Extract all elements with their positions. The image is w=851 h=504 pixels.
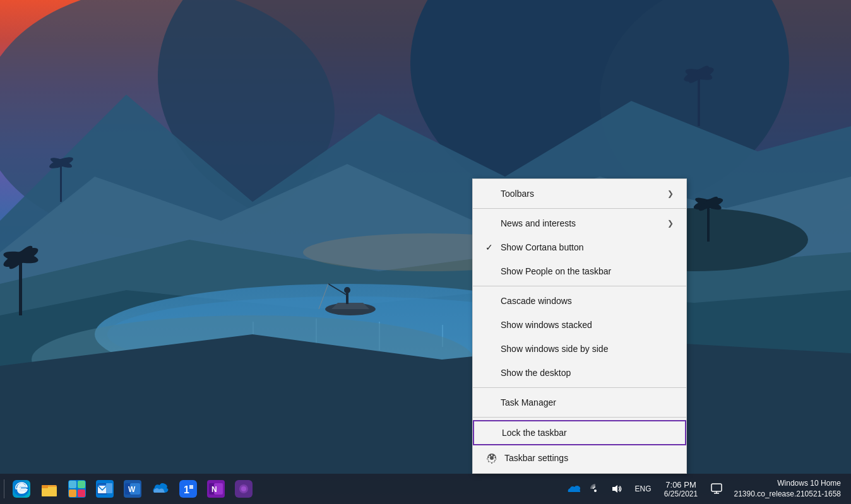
- menu-separator-1: [473, 208, 686, 209]
- svg-text:N: N: [211, 485, 217, 494]
- svg-rect-7: [698, 76, 700, 126]
- svg-point-70: [594, 489, 597, 492]
- svg-rect-56: [106, 483, 112, 493]
- menu-item-side-by-side[interactable]: Show windows side by side: [473, 337, 686, 361]
- tray-icon-network[interactable]: [585, 475, 605, 503]
- taskbar-icon-outlook[interactable]: [91, 475, 119, 503]
- svg-rect-46: [42, 485, 48, 488]
- svg-rect-72: [711, 484, 722, 491]
- taskbar-icon-onepassword[interactable]: 1: [174, 475, 202, 503]
- check-placeholder: [485, 218, 496, 228]
- svg-rect-28: [19, 259, 22, 315]
- check-placeholder: [485, 296, 496, 306]
- gear-icon: [485, 452, 498, 464]
- svg-rect-11: [60, 164, 62, 202]
- windows-version: Windows 10 Home: [734, 478, 841, 489]
- taskbar: W 1: [0, 474, 851, 504]
- windows-branding: Windows 10 Home 21390.co_release.210521-…: [727, 478, 848, 500]
- svg-text:1: 1: [184, 484, 189, 495]
- clock-area[interactable]: 7:06 PM 6/25/2021: [656, 475, 706, 503]
- check-icon: ✓: [485, 242, 496, 252]
- chevron-right-icon: ❯: [667, 219, 674, 228]
- tray-icons: [560, 475, 631, 503]
- taskbar-start-divider[interactable]: [0, 475, 8, 503]
- menu-item-cortana[interactable]: ✓ Show Cortana button: [473, 235, 686, 259]
- menu-item-people[interactable]: Show People on the taskbar: [473, 259, 686, 283]
- menu-item-toolbars-label: Toolbars: [501, 189, 662, 199]
- clock-time: 7:06 PM: [665, 480, 696, 489]
- menu-item-news[interactable]: News and interests ❯: [473, 211, 686, 235]
- menu-item-lock-taskbar-label: Lock the taskbar: [502, 428, 672, 438]
- menu-item-show-desktop-label: Show the desktop: [501, 368, 674, 378]
- taskbar-icon-onenote[interactable]: N: [202, 475, 230, 503]
- chevron-right-icon: ❯: [667, 189, 674, 198]
- menu-item-news-label: News and interests: [501, 218, 662, 228]
- taskbar-icon-onedrive[interactable]: [146, 475, 174, 503]
- menu-item-show-desktop[interactable]: Show the desktop: [473, 361, 686, 385]
- menu-separator-4: [473, 417, 686, 418]
- taskbar-icon-files[interactable]: [35, 475, 63, 503]
- menu-item-people-label: Show People on the taskbar: [501, 266, 674, 276]
- taskbar-icon-edge[interactable]: [8, 475, 35, 503]
- svg-rect-51: [78, 489, 85, 497]
- svg-text:W: W: [128, 485, 136, 494]
- menu-item-cascade[interactable]: Cascade windows: [473, 289, 686, 313]
- tray-icon-volume[interactable]: [607, 475, 627, 503]
- menu-item-taskbar-settings-label: Taskbar settings: [504, 453, 674, 463]
- menu-item-lock-taskbar[interactable]: Lock the taskbar: [473, 420, 686, 445]
- menu-item-cascade-label: Cascade windows: [501, 296, 674, 306]
- menu-item-task-manager[interactable]: Task Manager: [473, 390, 686, 414]
- svg-rect-50: [69, 489, 76, 497]
- svg-rect-49: [78, 481, 85, 488]
- menu-item-cortana-label: Show Cortana button: [501, 242, 674, 252]
- check-placeholder: [485, 368, 496, 378]
- svg-marker-23: [331, 303, 369, 309]
- check-placeholder: [485, 266, 496, 276]
- menu-separator-2: [473, 286, 686, 286]
- tray-icon-onedrive[interactable]: [564, 475, 584, 503]
- check-placeholder: [485, 189, 496, 199]
- svg-rect-36: [707, 205, 710, 242]
- taskbar-icon-word[interactable]: W: [119, 475, 146, 503]
- clock-date: 6/25/2021: [664, 489, 698, 498]
- context-menu: Toolbars ❯ News and interests ❯ ✓ Show C…: [472, 179, 687, 474]
- menu-separator-3: [473, 387, 686, 388]
- svg-point-69: [241, 486, 246, 491]
- svg-marker-71: [612, 485, 617, 493]
- taskbar-icon-store[interactable]: [63, 475, 91, 503]
- taskbar-icon-purple-app[interactable]: [230, 475, 258, 503]
- menu-item-toolbars[interactable]: Toolbars ❯: [473, 182, 686, 206]
- menu-item-stacked-label: Show windows stacked: [501, 320, 674, 330]
- notification-button[interactable]: [706, 475, 727, 503]
- menu-item-taskbar-settings[interactable]: Taskbar settings: [473, 445, 686, 471]
- taskbar-left: W 1: [0, 474, 560, 504]
- tray-language[interactable]: ENG: [631, 475, 656, 503]
- svg-rect-45: [42, 487, 57, 496]
- menu-item-task-manager-label: Task Manager: [501, 397, 674, 407]
- check-placeholder: [485, 344, 496, 354]
- check-placeholder: [487, 428, 497, 438]
- check-placeholder: [485, 397, 496, 407]
- menu-item-stacked[interactable]: Show windows stacked: [473, 313, 686, 337]
- windows-build: 21390.co_release.210521-1658: [734, 489, 841, 500]
- menu-item-side-by-side-label: Show windows side by side: [501, 344, 674, 354]
- svg-rect-48: [69, 481, 76, 488]
- check-placeholder: [485, 320, 496, 330]
- language-label: ENG: [635, 484, 652, 493]
- taskbar-right: ENG 7:06 PM 6/25/2021 Windows 10 Home 21…: [560, 474, 851, 504]
- svg-point-25: [344, 287, 350, 293]
